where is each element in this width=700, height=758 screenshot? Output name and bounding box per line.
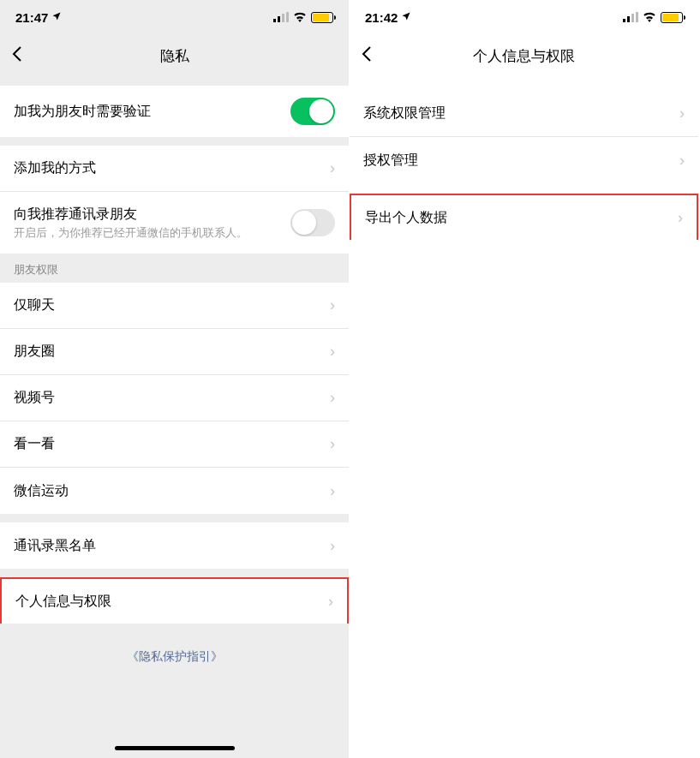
- svg-rect-0: [273, 19, 276, 22]
- svg-rect-5: [627, 16, 630, 22]
- row-label: 向我推荐通讯录朋友: [14, 206, 290, 224]
- battery-icon: [661, 12, 683, 23]
- location-arrow-icon: [401, 11, 411, 24]
- location-arrow-icon: [51, 11, 62, 24]
- row-label: 微信运动: [14, 482, 323, 500]
- back-button[interactable]: [12, 44, 33, 68]
- chevron-right-icon: ›: [330, 296, 335, 314]
- right-phone-screen: 21:42 个人信息与权限 系统权限管理 ›: [350, 0, 699, 758]
- row-blocklist[interactable]: 通讯录黑名单 ›: [0, 522, 349, 569]
- svg-rect-1: [278, 16, 280, 22]
- row-werun[interactable]: 微信运动 ›: [0, 468, 349, 514]
- chevron-right-icon: ›: [328, 593, 333, 611]
- svg-rect-7: [636, 12, 638, 22]
- row-label: 朋友圈: [14, 343, 323, 361]
- row-recommend-contacts[interactable]: 向我推荐通讯录朋友 开启后，为你推荐已经开通微信的手机联系人。: [0, 192, 349, 254]
- chevron-right-icon: ›: [330, 537, 335, 555]
- chevron-right-icon: ›: [330, 343, 335, 361]
- signal-icon: [273, 10, 289, 25]
- wifi-icon: [643, 10, 656, 25]
- chevron-right-icon: ›: [330, 435, 335, 453]
- svg-rect-2: [282, 14, 284, 22]
- row-system-permissions[interactable]: 系统权限管理 ›: [350, 91, 698, 137]
- row-authorization[interactable]: 授权管理 ›: [350, 137, 698, 183]
- battery-icon: [311, 12, 333, 23]
- row-channels[interactable]: 视频号 ›: [0, 375, 349, 421]
- row-label: 仅聊天: [14, 296, 323, 314]
- row-label: 添加我的方式: [14, 159, 323, 177]
- chevron-right-icon: ›: [330, 159, 335, 177]
- row-label: 授权管理: [363, 152, 673, 170]
- row-label: 看一看: [14, 435, 323, 453]
- status-bar: 21:47: [0, 0, 349, 34]
- svg-rect-4: [623, 19, 625, 22]
- row-label: 个人信息与权限: [15, 593, 321, 611]
- row-add-method[interactable]: 添加我的方式 ›: [0, 146, 349, 192]
- home-indicator[interactable]: [115, 746, 235, 750]
- back-button[interactable]: [362, 44, 382, 68]
- row-personal-info-highlighted[interactable]: 个人信息与权限 ›: [0, 577, 349, 624]
- left-phone-screen: 21:47 隐私 加我为朋友时需要验证: [0, 0, 350, 758]
- row-export-data-highlighted[interactable]: 导出个人数据 ›: [350, 194, 698, 240]
- svg-rect-6: [631, 14, 634, 22]
- toggle-recommend[interactable]: [290, 209, 335, 236]
- chevron-right-icon: ›: [679, 104, 685, 122]
- row-label: 视频号: [14, 389, 323, 407]
- row-friend-verify[interactable]: 加我为朋友时需要验证: [0, 86, 349, 137]
- row-chat-only[interactable]: 仅聊天 ›: [0, 283, 349, 329]
- status-time: 21:42: [365, 10, 398, 25]
- row-label: 加我为朋友时需要验证: [14, 103, 290, 121]
- chevron-right-icon: ›: [330, 389, 335, 407]
- chevron-right-icon: ›: [678, 209, 683, 227]
- privacy-guide-link[interactable]: 《隐私保护指引》: [0, 624, 349, 673]
- row-label: 系统权限管理: [363, 104, 673, 122]
- wifi-icon: [293, 10, 307, 25]
- page-title: 隐私: [160, 46, 189, 66]
- row-label: 导出个人数据: [365, 209, 671, 227]
- signal-icon: [623, 10, 638, 25]
- svg-rect-3: [286, 12, 289, 22]
- row-label: 通讯录黑名单: [14, 537, 323, 555]
- row-topstories[interactable]: 看一看 ›: [0, 421, 349, 468]
- row-subtitle: 开启后，为你推荐已经开通微信的手机联系人。: [14, 226, 290, 241]
- page-title: 个人信息与权限: [473, 46, 575, 66]
- section-header-friends: 朋友权限: [0, 254, 349, 283]
- chevron-right-icon: ›: [679, 152, 685, 170]
- nav-bar: 隐私: [0, 34, 349, 77]
- toggle-friend-verify[interactable]: [290, 98, 335, 125]
- nav-bar: 个人信息与权限: [350, 34, 698, 77]
- chevron-right-icon: ›: [330, 482, 335, 500]
- status-bar: 21:42: [350, 0, 698, 34]
- row-moments[interactable]: 朋友圈 ›: [0, 329, 349, 375]
- status-time: 21:47: [15, 10, 48, 25]
